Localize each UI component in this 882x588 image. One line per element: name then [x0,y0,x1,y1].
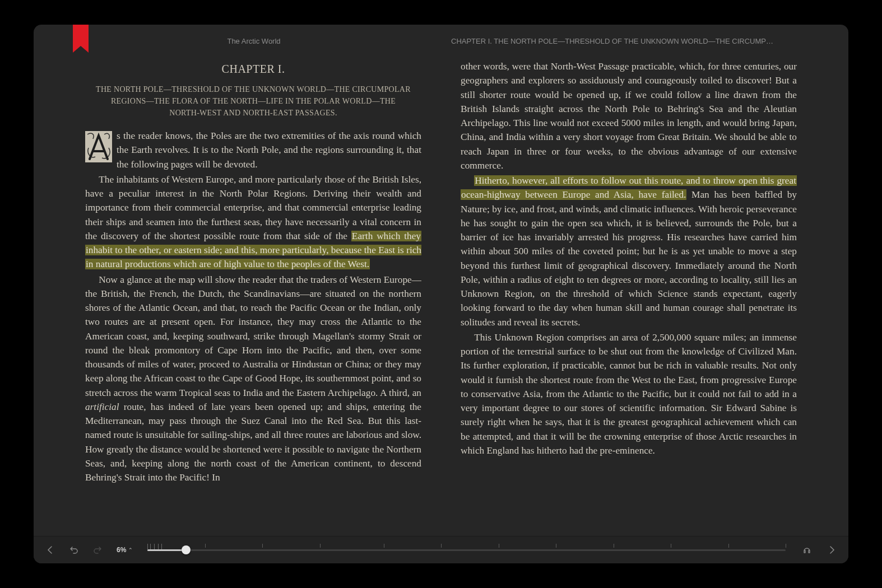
paragraph: s the reader knows, the Poles are the tw… [85,129,421,171]
chapter-title: THE NORTH POLE—THRESHOLD OF THE UNKNOWN … [95,83,411,119]
drop-cap-ornament [85,131,112,162]
paragraph-text: route, has indeed of late years been ope… [85,402,421,483]
progress-percent-label: 6% [117,546,126,554]
running-head-left: The Arctic World [94,37,414,45]
paragraph-text: Man has been baffled by Nature; by ice, … [461,189,797,327]
next-page-button[interactable] [825,543,838,557]
chevron-up-icon: ⌃ [128,547,133,553]
prev-page-button[interactable] [44,543,57,557]
audio-button[interactable] [800,543,814,557]
undo-button[interactable] [67,543,81,557]
slider-thumb[interactable] [182,545,191,554]
chapter-number: CHAPTER I. [85,63,421,76]
chapter-ticks [147,544,786,548]
progress-slider[interactable] [147,542,786,558]
bookmark-ribbon[interactable] [73,25,89,53]
running-head-right: CHAPTER I. THE NORTH POLE—THRESHOLD OF T… [451,37,774,45]
slider-track-fill [147,549,185,551]
page-right-body[interactable]: other words, were that North-West Passag… [461,59,797,458]
slider-track [147,549,786,551]
page-left: CHAPTER I. THE NORTH POLE—THRESHOLD OF T… [85,59,421,530]
page-right: other words, were that North-West Passag… [461,59,797,530]
paragraph: This Unknown Region comprises an area of… [461,330,797,458]
paragraph: other words, were that North-West Passag… [461,59,797,172]
paragraph: Hitherto, however, all efforts to follow… [461,174,797,329]
italic-text: artificial [85,402,119,412]
paragraph-text: other words, were that North-West Passag… [461,61,797,171]
paragraph: Now a glance at the map will show the re… [85,273,421,485]
reader-window: The Arctic World CHAPTER I. THE NORTH PO… [34,25,848,563]
paragraph: The inhabitants of Western Europe, and m… [85,172,421,272]
page-left-body[interactable]: s the reader knows, the Poles are the tw… [85,129,421,484]
paragraph-text: This Unknown Region comprises an area of… [461,332,797,456]
progress-percent-button[interactable]: 6% ⌃ [117,546,133,554]
redo-button[interactable] [91,543,104,557]
paragraph-text: s the reader knows, the Poles are the tw… [117,130,421,170]
bottom-toolbar: 6% ⌃ [34,536,848,563]
paragraph-text: Now a glance at the map will show the re… [85,274,421,398]
